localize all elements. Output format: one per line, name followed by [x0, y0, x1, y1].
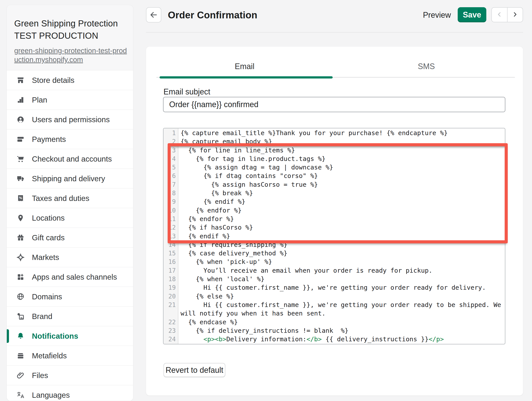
sidebar-item-markets[interactable]: Markets: [7, 247, 133, 267]
code-line-20: 20 {% else %}: [164, 292, 505, 301]
previous-template-button[interactable]: [492, 8, 507, 22]
sidebar-item-label: Languages: [32, 391, 70, 400]
code-line-22: 22 {% endcase %}: [164, 318, 505, 326]
line-number: 22: [164, 318, 178, 326]
svg-text:%: %: [19, 196, 22, 200]
sidebar-item-label: Domains: [32, 292, 62, 301]
sidebar-item-payments[interactable]: Payments: [7, 129, 133, 149]
checkout-icon: [16, 155, 25, 163]
code-line-8: 8 {% break %}: [164, 189, 505, 197]
code-line-10: 10 {% endfor %}: [164, 206, 505, 215]
line-number: 7: [164, 180, 178, 189]
tab-email[interactable]: Email: [156, 62, 333, 73]
code-text: Hi {{ customer.first_name }}, we're gett…: [178, 301, 505, 318]
apps-icon: [16, 273, 25, 281]
files-icon: [16, 371, 25, 380]
sidebar-item-languages[interactable]: Languages: [7, 385, 133, 401]
code-line-14: 14 {% if requires_shipping %}: [164, 241, 505, 249]
line-number: 18: [164, 275, 178, 283]
sidebar-item-shipping-and-delivery[interactable]: Shipping and delivery: [7, 169, 133, 188]
sidebar-item-label: Taxes and duties: [32, 194, 89, 203]
code-text: {% for line in line_items %}: [178, 146, 505, 155]
payments-icon: [16, 135, 25, 143]
plan-icon: [16, 96, 25, 104]
code-text: {% case delivery_method %}: [178, 249, 505, 258]
line-number: 4: [164, 155, 178, 163]
code-text: {% when 'local' %}: [178, 275, 505, 283]
sidebar-item-locations[interactable]: Locations: [7, 208, 133, 228]
email-body-code-editor[interactable]: 1{% capture email_title %}Thank you for …: [163, 128, 505, 344]
sidebar-item-label: Users and permissions: [32, 115, 110, 124]
code-text: {% break %}: [178, 189, 505, 197]
store-url-link[interactable]: green-shipping-protection-test-productio…: [14, 46, 127, 64]
line-number: 20: [164, 292, 178, 301]
code-line-17: 17 You’ll receive an email when your ord…: [164, 266, 505, 275]
code-text: {% capture email_body %}: [178, 137, 505, 146]
metafields-icon: [16, 352, 25, 360]
languages-icon: [16, 391, 25, 399]
code-line-24: 24 <p><b>Delivery information:</b> {{ de…: [164, 335, 505, 344]
line-number: 21: [164, 301, 178, 318]
sidebar-item-taxes-and-duties[interactable]: % Taxes and duties: [7, 188, 133, 208]
line-number: 2: [164, 137, 178, 146]
code-line-15: 15 {% case delivery_method %}: [164, 249, 505, 258]
sidebar-item-gift-cards[interactable]: Gift cards: [7, 228, 133, 247]
line-number: 16: [164, 258, 178, 266]
active-indicator: [7, 329, 9, 343]
taxes-icon: %: [16, 194, 25, 203]
preview-button[interactable]: Preview: [423, 11, 451, 20]
code-line-2: 2{% capture email_body %}: [164, 137, 505, 146]
code-text: {% endif %}: [178, 232, 505, 241]
code-text: <p><b>Delivery information:</b> {{ deliv…: [178, 335, 505, 344]
line-number: 6: [164, 172, 178, 180]
sidebar-item-store-details[interactable]: Store details: [7, 70, 133, 90]
sidebar-item-files[interactable]: Files: [7, 365, 133, 385]
sidebar-item-notifications[interactable]: Notifications: [7, 326, 133, 346]
email-subject-input[interactable]: [163, 97, 505, 112]
sidebar-item-domains[interactable]: Domains: [7, 287, 133, 306]
page: Green Shipping Protection TEST PRODUCTIO…: [0, 0, 532, 401]
revert-to-default-button[interactable]: Revert to default: [164, 363, 225, 377]
code-line-1: 1{% capture email_title %}Thank you for …: [164, 129, 505, 137]
code-text: {% capture email_title %}Thank you for y…: [178, 129, 505, 137]
locations-icon: [16, 214, 25, 222]
sidebar-item-plan[interactable]: Plan: [7, 90, 133, 109]
bell-icon: [16, 332, 25, 340]
tab-sms[interactable]: SMS: [334, 62, 518, 73]
code-line-11: 11 {% endfor %}: [164, 215, 505, 223]
next-template-button[interactable]: [507, 8, 523, 22]
arrow-left-icon: [150, 11, 158, 19]
sidebar-item-metafields[interactable]: Metafields: [7, 346, 133, 365]
code-line-4: 4 {% for tag in line.product.tags %}: [164, 155, 505, 163]
chevron-left-icon: [496, 11, 503, 19]
code-text: {% endif %}: [178, 197, 505, 206]
save-button[interactable]: Save: [458, 7, 486, 22]
store-name: Green Shipping Protection TEST PRODUCTIO…: [14, 17, 126, 42]
code-text: {% else %}: [178, 292, 505, 301]
sidebar-item-users-and-permissions[interactable]: Users and permissions: [7, 109, 133, 129]
domains-icon: [16, 293, 25, 301]
sidebar-item-checkout-and-accounts[interactable]: Checkout and accounts: [7, 149, 133, 169]
back-button[interactable]: [146, 7, 161, 23]
line-number: 24: [164, 335, 178, 344]
code-text: {% endfor %}: [178, 206, 505, 215]
code-text: Hi {{ customer.first_name }}, we're gett…: [178, 283, 505, 292]
line-number: 1: [164, 129, 178, 137]
line-number: 15: [164, 249, 178, 258]
chevron-right-icon: [512, 11, 518, 19]
shipping-icon: [16, 174, 25, 183]
users-icon: [16, 115, 25, 124]
sidebar-item-label: Plan: [32, 95, 47, 104]
code-line-13: 13 {% endif %}: [164, 232, 505, 241]
line-number: 12: [164, 223, 178, 232]
code-text: {% endcase %}: [178, 318, 505, 326]
sidebar-item-label: Brand: [32, 312, 52, 321]
sidebar-item-apps-and-sales-channels[interactable]: Apps and sales channels: [7, 267, 133, 287]
code-line-21: 21 Hi {{ customer.first_name }}, we're g…: [164, 301, 505, 318]
line-number: 3: [164, 146, 178, 155]
code-text: {% if requires_shipping %}: [178, 241, 505, 249]
header-divider: [146, 32, 523, 32]
code-line-16: 16 {% when 'pick-up' %}: [164, 258, 505, 266]
sidebar-item-brand[interactable]: Brand: [7, 306, 133, 326]
code-line-19: 19 Hi {{ customer.first_name }}, we're g…: [164, 283, 505, 292]
